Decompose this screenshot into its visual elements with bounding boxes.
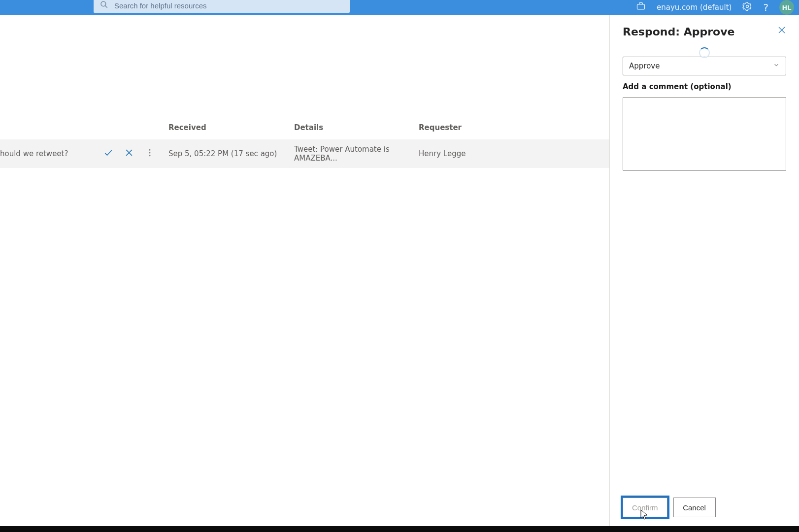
response-select-value: Approve xyxy=(629,62,660,70)
panel-title: Respond: Approve xyxy=(623,26,734,38)
svg-point-0 xyxy=(101,1,106,6)
approvals-content: Received Details Requester hould we retw… xyxy=(0,15,609,526)
help-icon[interactable]: ? xyxy=(763,1,768,13)
top-bar-right: enayu.com (default) ? HL xyxy=(636,0,794,15)
respond-panel: Respond: Approve Approve Add a comment (… xyxy=(609,15,799,526)
comment-input[interactable] xyxy=(623,97,786,171)
svg-line-1 xyxy=(105,6,107,8)
taskbar xyxy=(0,526,799,532)
avatar-initials: HL xyxy=(782,4,791,11)
approval-requester: Henry Legge xyxy=(419,149,609,158)
more-icon[interactable] xyxy=(145,148,155,160)
gear-icon[interactable] xyxy=(742,1,752,13)
global-search[interactable] xyxy=(94,0,350,13)
search-input[interactable] xyxy=(114,1,344,10)
approval-details: Tweet: Power Automate is AMAZEBA... xyxy=(294,145,419,163)
close-icon[interactable] xyxy=(777,26,786,36)
svg-point-7 xyxy=(149,152,151,154)
confirm-button[interactable]: Confirm xyxy=(623,498,667,517)
cancel-button-label: Cancel xyxy=(683,503,706,512)
approval-received: Sep 5, 05:22 PM (17 sec ago) xyxy=(168,149,294,158)
col-received: Received xyxy=(168,123,294,132)
approval-title: hould we retweet? xyxy=(0,149,94,158)
check-icon[interactable] xyxy=(103,148,113,160)
environment-name[interactable]: enayu.com (default) xyxy=(657,3,732,12)
environment-icon xyxy=(636,1,646,13)
chevron-down-icon xyxy=(773,62,780,70)
confirm-button-label: Confirm xyxy=(632,503,658,512)
svg-point-6 xyxy=(149,149,151,151)
loading-spinner-icon xyxy=(699,47,710,58)
svg-point-3 xyxy=(746,5,749,8)
top-bar: enayu.com (default) ? HL xyxy=(0,0,799,15)
response-select[interactable]: Approve xyxy=(623,57,786,75)
col-requester: Requester xyxy=(419,123,609,132)
approval-row[interactable]: hould we retweet? Sep 5, 05:22 PM (17 se… xyxy=(0,139,609,168)
comment-label: Add a comment (optional) xyxy=(623,82,786,91)
x-icon[interactable] xyxy=(124,148,134,160)
svg-point-8 xyxy=(149,155,151,156)
svg-rect-2 xyxy=(637,4,645,9)
search-icon xyxy=(100,0,114,11)
column-headers: Received Details Requester xyxy=(0,116,609,139)
cancel-button[interactable]: Cancel xyxy=(673,498,716,517)
avatar[interactable]: HL xyxy=(779,0,794,15)
col-details: Details xyxy=(294,123,419,132)
